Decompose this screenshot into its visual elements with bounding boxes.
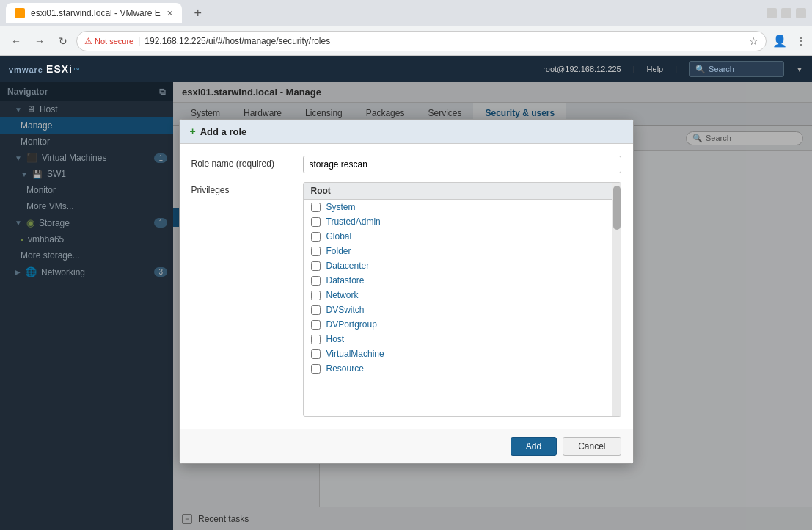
priv-item-datastore[interactable]: Datastore — [304, 273, 612, 288]
priv-label-host[interactable]: Host — [326, 334, 345, 344]
priv-checkbox-dvswitch[interactable] — [311, 305, 321, 315]
close-button[interactable] — [796, 8, 806, 18]
bookmark-icon[interactable]: ☆ — [749, 35, 758, 47]
browser-tab[interactable]: esxi01.starwind.local - VMware E ✕ — [6, 3, 182, 23]
priv-label-trustedadmin[interactable]: TrustedAdmin — [326, 217, 381, 227]
priv-item-global[interactable]: Global — [304, 229, 612, 244]
priv-item-trustedadmin[interactable]: TrustedAdmin — [304, 214, 612, 229]
address-bar[interactable]: ⚠ Not secure | 192.168.12.225/ui/#/host/… — [76, 31, 767, 51]
priv-checkbox-virtualmachine[interactable] — [311, 349, 321, 359]
priv-item-folder[interactable]: Folder — [304, 244, 612, 258]
priv-item-datacenter[interactable]: Datacenter — [304, 258, 612, 273]
profile-button[interactable]: 👤 — [769, 31, 790, 51]
new-tab-button[interactable]: + — [188, 3, 208, 23]
priv-label-system[interactable]: System — [326, 202, 356, 212]
back-button[interactable]: ← — [6, 31, 26, 51]
tab-favicon — [15, 8, 25, 18]
address-right-controls: ☆ — [749, 35, 758, 47]
cancel-button[interactable]: Cancel — [563, 437, 621, 456]
priv-checkbox-datastore[interactable] — [311, 276, 321, 286]
priv-item-network[interactable]: Network — [304, 288, 612, 302]
privileges-label: Privileges — [191, 182, 294, 195]
priv-label-folder[interactable]: Folder — [326, 246, 351, 256]
priv-checkbox-dvportgroup[interactable] — [311, 320, 321, 330]
address-text: 192.168.12.225/ui/#/host/manage/security… — [145, 36, 330, 46]
priv-label-network[interactable]: Network — [326, 290, 359, 300]
insecure-badge: ⚠ Not secure — [84, 36, 133, 46]
tab-title: esxi01.starwind.local - VMware E — [31, 8, 161, 18]
modal-overlay: + Add a role Role name (required) Privil… — [0, 82, 812, 530]
priv-label-dvswitch[interactable]: DVSwitch — [326, 305, 365, 315]
warning-icon: ⚠ — [84, 36, 92, 46]
esxi-text: ESXi — [46, 63, 73, 75]
header-search[interactable]: 🔍 Search — [689, 61, 784, 77]
modal-title: Add a role — [200, 126, 247, 137]
search-icon: 🔍 — [695, 65, 706, 74]
priv-checkbox-datacenter[interactable] — [311, 261, 321, 271]
priv-checkbox-host[interactable] — [311, 335, 321, 344]
header-separator-2: | — [675, 65, 677, 73]
priv-checkbox-global[interactable] — [311, 232, 321, 242]
add-button[interactable]: Add — [511, 437, 557, 456]
modal-header-plus-icon: + — [190, 126, 196, 137]
priv-label-virtualmachine[interactable]: VirtualMachine — [326, 349, 384, 359]
priv-checkbox-resource[interactable] — [311, 364, 321, 374]
help-button[interactable]: Help — [647, 65, 664, 73]
header-separator-1: | — [633, 65, 635, 73]
forward-button[interactable]: → — [29, 31, 50, 51]
role-name-input[interactable] — [303, 156, 621, 173]
priv-item-system[interactable]: System — [304, 200, 612, 214]
ware-text: ware — [22, 65, 43, 74]
privileges-root-header: Root — [304, 183, 612, 200]
minimize-button[interactable] — [767, 8, 777, 18]
modal-footer: Add Cancel — [180, 429, 633, 463]
esxi-header: vmware ESXi™ root@192.168.12.225 | Help … — [0, 56, 812, 82]
vm-text: vm — [9, 65, 22, 74]
browser-controls: ← → ↻ ⚠ Not secure | 192.168.12.225/ui/#… — [0, 26, 812, 56]
priv-item-dvswitch[interactable]: DVSwitch — [304, 302, 612, 317]
priv-label-datacenter[interactable]: Datacenter — [326, 261, 370, 271]
privileges-row: Privileges Root System — [191, 182, 621, 417]
priv-label-datastore[interactable]: Datastore — [326, 275, 365, 286]
modal-header: + Add a role — [180, 120, 633, 144]
add-role-modal: + Add a role Role name (required) Privil… — [179, 119, 634, 464]
modal-form: Role name (required) Privileges Root — [191, 156, 621, 417]
trademark-symbol: ™ — [73, 66, 81, 74]
priv-checkbox-folder[interactable] — [311, 247, 321, 256]
maximize-button[interactable] — [781, 8, 791, 18]
priv-label-resource[interactable]: Resource — [326, 363, 364, 374]
dropdown-icon[interactable]: ▼ — [796, 65, 803, 73]
priv-checkbox-system[interactable] — [311, 203, 321, 212]
priv-label-dvportgroup[interactable]: DVPortgroup — [326, 319, 377, 330]
priv-item-dvportgroup[interactable]: DVPortgroup — [304, 317, 612, 332]
root-label: Root — [311, 186, 331, 196]
scrollbar-thumb — [613, 186, 621, 230]
vmware-logo: vmware ESXi™ — [9, 63, 81, 75]
esxi-header-right: root@192.168.12.225 | Help | 🔍 Search ▼ — [543, 61, 803, 77]
priv-item-virtualmachine[interactable]: VirtualMachine — [304, 346, 612, 361]
priv-label-global[interactable]: Global — [326, 231, 352, 242]
header-search-text: Search — [709, 65, 734, 73]
privileges-scrollbar[interactable] — [612, 183, 621, 416]
priv-checkbox-trustedadmin[interactable] — [311, 217, 321, 227]
role-name-label: Role name (required) — [191, 156, 294, 169]
reload-button[interactable]: ↻ — [53, 31, 73, 51]
address-separator: | — [138, 36, 140, 46]
modal-body: Role name (required) Privileges Root — [180, 144, 633, 429]
priv-item-host[interactable]: Host — [304, 332, 612, 346]
browser-titlebar: esxi01.starwind.local - VMware E ✕ + — [0, 0, 812, 26]
priv-checkbox-network[interactable] — [311, 291, 321, 300]
tab-close-button[interactable]: ✕ — [167, 9, 173, 18]
user-label[interactable]: root@192.168.12.225 — [543, 65, 621, 73]
privileges-list: Root System TrustedAdmin — [304, 183, 612, 416]
role-name-row: Role name (required) — [191, 156, 621, 173]
browser-menu-button[interactable]: ⋮ — [796, 35, 806, 47]
priv-item-resource[interactable]: Resource — [304, 361, 612, 376]
